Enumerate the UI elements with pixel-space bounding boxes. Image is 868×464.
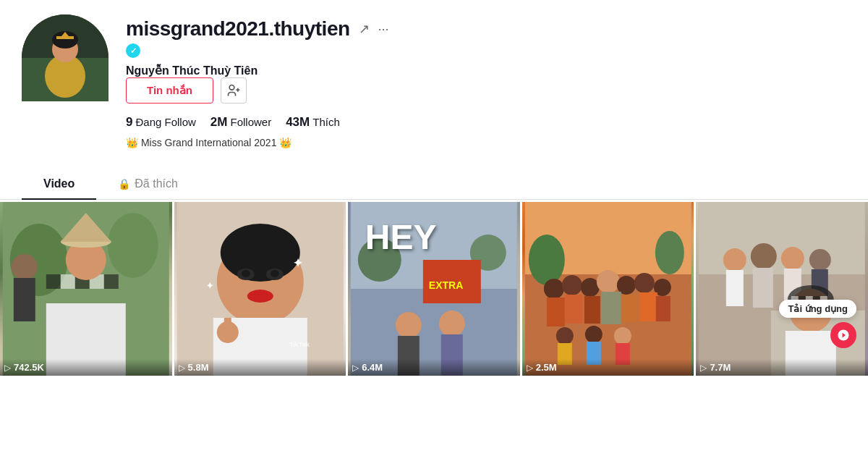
- svg-point-79: [781, 247, 804, 270]
- svg-rect-23: [14, 278, 35, 321]
- verified-row: ✓: [126, 43, 846, 58]
- svg-rect-62: [584, 296, 600, 324]
- play-icon-2: ▷: [179, 363, 185, 373]
- video-thumb-4[interactable]: ▷ 2.5M: [522, 202, 694, 376]
- svg-point-46: [439, 311, 465, 337]
- avatar: [22, 14, 109, 101]
- svg-text:TikTok: TikTok: [289, 341, 310, 348]
- svg-point-30: [270, 270, 278, 277]
- tab-video-label: Video: [43, 177, 75, 190]
- svg-point-29: [241, 270, 250, 277]
- svg-point-67: [556, 327, 574, 345]
- tab-liked[interactable]: 🔒 Đã thích: [96, 169, 200, 199]
- video-overlay-4: ▷ 2.5M: [522, 359, 694, 376]
- view-count-2: 5.8M: [188, 362, 209, 373]
- display-name: Nguyễn Thúc Thuỳ Tiên: [126, 64, 846, 77]
- svg-rect-15: [61, 274, 75, 289]
- video-thumb-content-5: [696, 202, 868, 376]
- svg-point-75: [723, 248, 746, 271]
- video-thumb-2[interactable]: TikTok ✦ ✦ ▷ 5.8M: [174, 202, 346, 376]
- download-app-badge[interactable]: Tải ứng dụng: [779, 300, 856, 318]
- svg-text:✦: ✦: [292, 257, 302, 269]
- videos-grid: ▷ 742.5K: [0, 200, 868, 376]
- username: missgrand2021.thuytien: [126, 17, 350, 41]
- video-thumb-1[interactable]: ▷ 742.5K: [0, 202, 172, 376]
- svg-point-52: [655, 231, 684, 274]
- video-section: ▷ 742.5K: [0, 200, 868, 376]
- video-thumb-3[interactable]: EXTRA HEY ▷ 6.4M: [348, 202, 520, 376]
- profile-info: missgrand2021.thuytien ↗ ··· ✓ Nguyễn Th…: [126, 14, 846, 157]
- svg-point-22: [12, 254, 38, 280]
- svg-point-31: [247, 290, 273, 303]
- profile-page: missgrand2021.thuytien ↗ ··· ✓ Nguyễn Th…: [0, 0, 868, 376]
- svg-rect-63: [601, 292, 621, 324]
- profile-section: missgrand2021.thuytien ↗ ··· ✓ Nguyễn Th…: [0, 0, 868, 157]
- svg-point-77: [751, 243, 777, 269]
- likes-stat: 43M Thích: [286, 115, 340, 130]
- message-button[interactable]: Tin nhắn: [126, 77, 213, 104]
- svg-text:EXTRA: EXTRA: [429, 279, 463, 291]
- likes-label: Thích: [312, 116, 340, 128]
- svg-rect-61: [565, 295, 583, 324]
- followers-stat: 2M Follower: [210, 115, 271, 130]
- video-thumb-content-4: [522, 202, 694, 376]
- followers-count: 2M: [210, 115, 228, 130]
- view-count-4: 2.5M: [536, 362, 557, 373]
- share-icon[interactable]: ↗: [359, 21, 370, 37]
- bio: 👑 Miss Grand International 2021 👑: [126, 137, 846, 148]
- svg-point-53: [544, 279, 564, 299]
- username-row: missgrand2021.thuytien ↗ ···: [126, 17, 846, 41]
- likes-count: 43M: [286, 115, 310, 130]
- svg-point-51: [529, 235, 565, 285]
- svg-point-58: [634, 273, 655, 293]
- video-thumb-content-3: EXTRA HEY: [348, 202, 520, 376]
- svg-point-56: [597, 270, 620, 293]
- svg-rect-18: [104, 274, 119, 289]
- video-overlay-3: ▷ 6.4M: [348, 359, 520, 376]
- svg-point-26: [220, 224, 299, 282]
- svg-text:✦: ✦: [205, 281, 213, 291]
- svg-point-69: [585, 326, 603, 343]
- svg-point-81: [809, 249, 831, 271]
- followers-label: Follower: [230, 116, 271, 128]
- play-icon-3: ▷: [352, 363, 359, 373]
- video-thumb-content-1: [0, 202, 172, 376]
- svg-point-71: [614, 327, 631, 345]
- svg-point-7: [229, 85, 234, 90]
- svg-rect-64: [621, 295, 637, 322]
- view-count-3: 6.4M: [362, 362, 383, 373]
- svg-rect-78: [753, 268, 773, 308]
- following-stat: 9 Đang Follow: [126, 115, 196, 130]
- svg-rect-66: [656, 296, 671, 321]
- svg-rect-60: [547, 298, 565, 326]
- follow-add-button[interactable]: [221, 77, 247, 104]
- svg-rect-14: [46, 274, 61, 289]
- video-overlay-1: ▷ 742.5K: [0, 359, 172, 376]
- svg-rect-74: [699, 202, 865, 274]
- svg-rect-76: [726, 270, 744, 306]
- verified-badge: ✓: [126, 43, 140, 58]
- video-thumb-content-2: TikTok ✦ ✦: [174, 202, 346, 376]
- tab-video[interactable]: Video: [22, 169, 96, 199]
- stats-row: 9 Đang Follow 2M Follower 43M Thích: [126, 115, 846, 130]
- action-buttons: Tin nhắn: [126, 77, 846, 104]
- svg-point-44: [396, 312, 422, 338]
- video-thumb-5[interactable]: ▷ 7.7M Tải ứng dụng: [696, 202, 868, 376]
- following-label: Đang Follow: [135, 116, 195, 128]
- view-count-1: 742.5K: [14, 362, 44, 373]
- lock-icon: 🔒: [118, 178, 130, 190]
- tab-liked-label: Đã thích: [135, 177, 178, 190]
- svg-point-54: [562, 275, 582, 295]
- download-app-overlay: Tải ứng dụng: [779, 300, 856, 348]
- video-overlay-2: ▷ 5.8M: [174, 359, 346, 376]
- play-icon-1: ▷: [4, 363, 11, 373]
- svg-rect-65: [639, 292, 658, 321]
- svg-rect-5: [56, 36, 74, 39]
- video-overlay-5: ▷ 7.7M: [696, 359, 868, 376]
- download-app-button[interactable]: [830, 322, 856, 348]
- following-count: 9: [126, 115, 132, 130]
- play-icon-4: ▷: [527, 363, 533, 373]
- more-icon[interactable]: ···: [378, 22, 389, 37]
- svg-text:HEY: HEY: [365, 218, 437, 256]
- tabs-section: Video 🔒 Đã thích: [0, 169, 868, 200]
